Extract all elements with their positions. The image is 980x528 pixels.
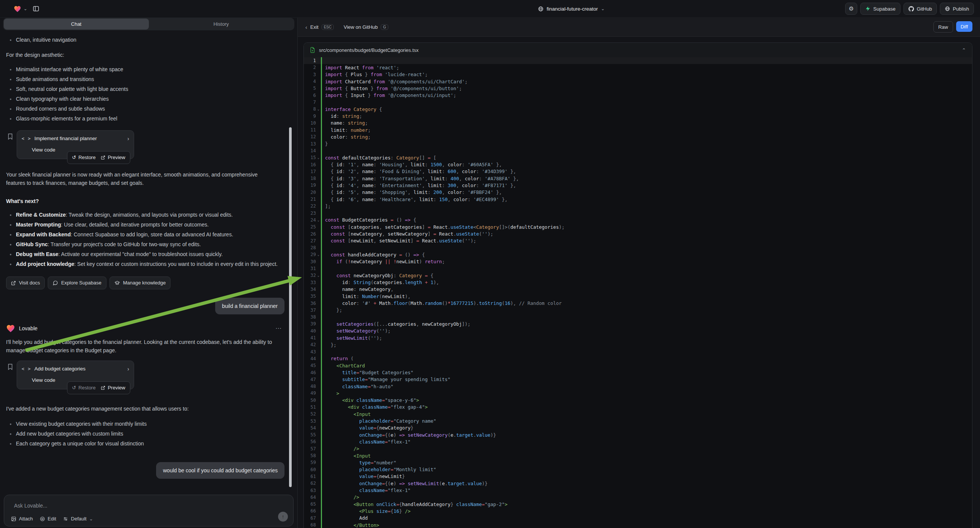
restore-button[interactable]: ↺ Restore	[72, 153, 95, 162]
code-icon: < >	[22, 134, 31, 143]
code-line: 7	[304, 99, 972, 106]
github-icon	[908, 6, 914, 12]
bullet-dot	[10, 234, 11, 235]
chevron-right-icon[interactable]: ›	[127, 365, 129, 373]
line-number: 58	[304, 453, 316, 458]
fold-chevron-icon[interactable]: ⌄	[316, 274, 321, 277]
implement-financial-planner-card[interactable]: < > Implement financial planner › View c…	[17, 130, 134, 159]
code-line: 36 color: '#' + Math.floor(Math.random()…	[304, 300, 972, 307]
line-number: 51	[304, 404, 316, 410]
fold-chevron-icon[interactable]: ⌄	[316, 253, 321, 256]
code-line: 64 />	[304, 494, 972, 501]
project-chevron-down-icon[interactable]: ⌄	[601, 6, 605, 11]
bookmark-icon[interactable]	[8, 364, 13, 370]
project-name[interactable]: financial-future-creator	[547, 6, 598, 12]
bullet-dot	[10, 423, 11, 425]
exit-button[interactable]: ‹ Exit esc	[305, 24, 334, 30]
visit-docs-button[interactable]: Visit docs	[6, 277, 45, 289]
code-line: 44 return (	[304, 355, 972, 362]
code-toolbar: ‹ Exit esc View on GitHub G Raw Diff	[298, 17, 980, 37]
chevron-right-icon[interactable]: ›	[127, 134, 129, 143]
chevron-left-icon: ‹	[305, 24, 307, 30]
logo-chevron-down-icon[interactable]: ⌄	[24, 6, 27, 11]
fold-chevron-icon[interactable]: ⌄	[316, 107, 321, 111]
code-line: 6import { Input } from '@/components/ui/…	[304, 92, 972, 99]
assistant-paragraph: I'll help you add budget categories to t…	[6, 338, 285, 355]
line-number: 2	[304, 65, 316, 70]
code-line: 1	[304, 57, 972, 64]
code-lines: 12import React from 'react';3import { Pl…	[304, 57, 972, 528]
code-line: 33 id: String(categories.length + 1),	[304, 279, 972, 286]
line-number: 56	[304, 439, 316, 444]
edit-button[interactable]: Edit	[40, 516, 56, 522]
preview-button[interactable]: Preview	[101, 153, 125, 162]
list-item: Soft, neutral color palette with light b…	[6, 85, 291, 95]
gear-icon: ⚙	[849, 5, 854, 12]
sidebar-icon	[33, 5, 40, 12]
diff-toggle-button[interactable]: Diff	[956, 21, 972, 32]
line-number: 13	[304, 141, 316, 146]
add-budget-categories-card[interactable]: < > Add budget categories › View code ↺ …	[17, 361, 134, 390]
code-line: 11 limit: number;	[304, 127, 972, 133]
code-line: 40 setNewCategory('');	[304, 328, 972, 334]
line-number: 64	[304, 495, 316, 500]
code-line: 25 const [categories, setCategories] = R…	[304, 223, 972, 230]
chat-input-placeholder[interactable]: Ask Lovable...	[14, 503, 47, 509]
sidebar-toggle-button[interactable]	[33, 5, 40, 12]
message-menu-button[interactable]: ⋯	[275, 324, 282, 332]
list-item: View existing budget categories with the…	[6, 420, 291, 429]
assistant-paragraph: I've added a new budget categories manag…	[6, 404, 291, 413]
file-header[interactable]: src/components/budget/BudgetCategories.t…	[304, 43, 972, 57]
publish-button[interactable]: Publish	[940, 3, 974, 15]
line-number: 34	[304, 287, 316, 292]
preview-button[interactable]: Preview	[101, 384, 125, 392]
raw-toggle-button[interactable]: Raw	[934, 21, 953, 33]
supabase-zap-icon	[865, 6, 870, 11]
code-area[interactable]: 12import React from 'react';3import { Pl…	[304, 57, 972, 528]
line-number: 22	[304, 204, 316, 209]
github-button[interactable]: GitHub	[904, 3, 937, 15]
attach-button[interactable]: Attach	[11, 516, 33, 522]
line-number: 55	[304, 432, 316, 437]
publish-label: Publish	[953, 6, 969, 12]
chat-message-list[interactable]: Clean, intuitive navigation For the desi…	[0, 33, 298, 493]
line-number: 63	[304, 488, 316, 493]
code-line: 22];	[304, 203, 972, 210]
bullet-dot	[10, 433, 11, 435]
code-line: 30 if (!newCategory || !newLimit) return…	[304, 258, 972, 265]
lovable-logo[interactable]	[14, 5, 21, 13]
tab-history[interactable]: History	[149, 19, 294, 30]
globe-icon	[538, 6, 544, 12]
model-selector[interactable]: Default ⌄	[63, 516, 93, 522]
line-number: 68	[304, 522, 316, 528]
list-item: Clean, intuitive navigation	[6, 36, 291, 45]
settings-button[interactable]: ⚙	[845, 3, 857, 15]
line-number: 29	[304, 252, 316, 257]
code-line: 15⌄const defaultCategories: Category[] =…	[304, 154, 972, 161]
line-number: 60	[304, 467, 316, 472]
fold-chevron-icon[interactable]: ⌄	[316, 156, 321, 159]
restore-button[interactable]: ↺ Restore	[72, 384, 95, 392]
line-number: 5	[304, 86, 316, 91]
design-bullet-list: Minimalist interface with plenty of whit…	[6, 65, 291, 124]
code-line: 8⌄interface Category {	[304, 106, 972, 113]
code-line: 17 { id: '2', name: 'Food & Dining', lim…	[304, 168, 972, 175]
supabase-button[interactable]: Supabase	[860, 3, 900, 15]
code-line: 62 onChange={(e) => setNewLimit(e.target…	[304, 480, 972, 487]
code-line: 28	[304, 244, 972, 251]
chat-input-box[interactable]: Ask Lovable... Attach Edit Default	[4, 495, 294, 526]
line-number: 38	[304, 314, 316, 320]
view-on-github-button[interactable]: View on GitHub G	[344, 24, 388, 30]
manage-knowledge-button[interactable]: Manage knowledge	[110, 277, 171, 289]
chat-scrollbar[interactable]	[289, 127, 292, 487]
list-item: Rounded corners and subtle shadows	[6, 105, 291, 115]
fold-chevron-icon[interactable]: ⌄	[316, 218, 321, 222]
tab-chat[interactable]: Chat	[4, 19, 149, 30]
line-number: 39	[304, 321, 316, 326]
line-number: 24	[304, 218, 316, 223]
bookmark-icon[interactable]	[8, 133, 13, 140]
explore-supabase-button[interactable]: Explore Supabase	[48, 277, 106, 289]
code-line: 57 />	[304, 445, 972, 452]
collapse-chevron-up-icon[interactable]: ⌃	[962, 47, 966, 53]
send-button[interactable]: ↑	[278, 512, 288, 522]
